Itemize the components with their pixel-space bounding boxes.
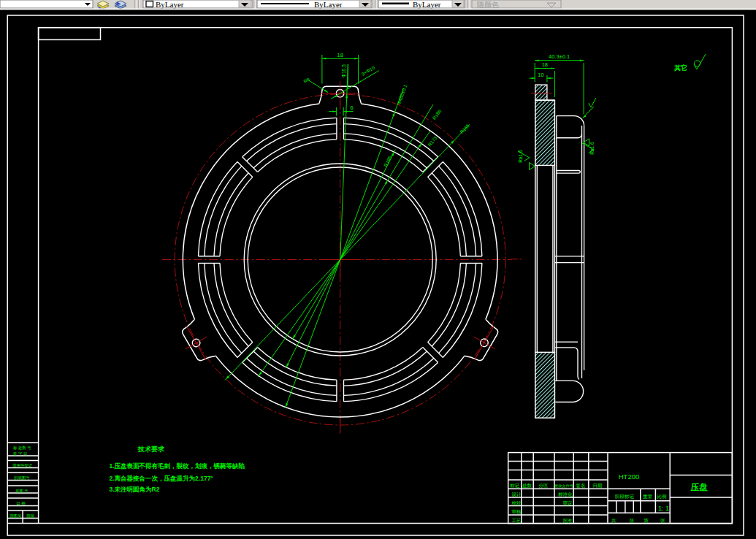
svg-text:借用件登记: 借用件登记 [12,463,33,468]
svg-text:重量: 重量 [643,494,653,499]
svg-text:2.离合器接合一次，压盘温升为2.177°: 2.离合器接合一次，压盘温升为2.177° [110,475,214,482]
svg-text:标 处数 号: 标 处数 号 [12,446,31,451]
svg-text:描图员: 描图员 [9,513,22,519]
svg-text:批准: 批准 [563,518,573,524]
svg-text:技术要求: 技术要求 [137,446,165,453]
svg-text:描校: 描校 [26,513,34,519]
svg-text:压盘: 压盘 [690,483,709,492]
svg-text:Ra1.6: Ra1.6 [589,142,595,155]
svg-text:校对: 校对 [511,500,522,505]
svg-text:日 期: 日 期 [16,501,26,506]
svg-text:标记: 标记 [509,483,520,489]
svg-text:随颜色: 随颜色 [477,1,500,9]
svg-text:签名: 签名 [576,483,586,489]
svg-text:ByLayer: ByLayer [314,0,343,9]
svg-text:18: 18 [337,52,343,58]
svg-text:审定: 审定 [563,500,573,506]
svg-text:Φ10.5: Φ10.5 [341,64,346,77]
svg-text:日期: 日期 [593,483,603,488]
svg-text:张: 张 [629,518,634,524]
svg-text:HT200: HT200 [619,473,640,481]
svg-text:标准化: 标准化 [557,492,573,497]
svg-text:阶段标记: 阶段标记 [615,494,635,500]
svg-text:3.未注明圆角为R2: 3.未注明圆角为R2 [110,486,160,493]
svg-text:更改文件号: 更改文件号 [554,483,573,488]
svg-text:张: 张 [660,518,665,524]
svg-text:40.3±0.1: 40.3±0.1 [549,53,570,60]
svg-text:底图 号: 底图 号 [15,489,28,494]
svg-text:共: 共 [611,518,616,524]
svg-text:审核: 审核 [512,509,522,514]
svg-text:1.压盘表面不得有毛刺，裂纹，划痕，锈蕤等缺陷: 1.压盘表面不得有毛刺，裂纹，划痕，锈蕤等缺陷 [110,462,245,470]
svg-text:ByLayer: ByLayer [413,0,441,9]
svg-text:Ra1.6: Ra1.6 [518,150,523,163]
svg-text:6: 6 [351,104,354,111]
svg-text:18: 18 [542,61,548,68]
svg-text:10: 10 [538,72,543,78]
svg-text:第: 第 [644,518,649,523]
svg-text:设计: 设计 [512,492,522,497]
svg-text:ByLayer: ByLayer [156,0,184,9]
svg-text:分区: 分区 [539,483,549,488]
svg-text:旧底图号: 旧底图号 [14,475,30,481]
svg-text:处数: 处数 [522,483,532,489]
svg-text:1: 1: 1: 1 [658,505,669,512]
svg-text:工艺: 工艺 [512,518,522,523]
svg-text:其它: 其它 [673,64,687,72]
svg-text:比例: 比例 [657,494,667,500]
svg-text:签 字 日: 签 字 日 [13,451,27,456]
